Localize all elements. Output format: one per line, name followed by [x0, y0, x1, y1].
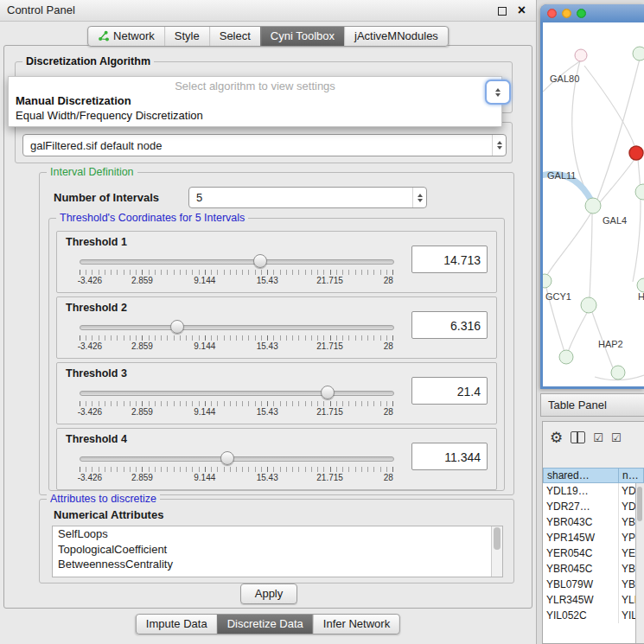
- cell: YBL079W: [543, 577, 619, 592]
- network-node-selected-red[interactable]: [629, 146, 643, 160]
- threshold-1-value-field[interactable]: 14.713: [411, 245, 488, 273]
- network-node[interactable]: [581, 297, 596, 313]
- tab-cyni-toolbox[interactable]: Cyni Toolbox: [260, 27, 344, 46]
- table-row[interactable]: YBR043C YBR0: [543, 514, 635, 530]
- network-node[interactable]: [575, 49, 587, 61]
- network-node[interactable]: [543, 274, 552, 288]
- table-panel-toolbar: ⚙ ☑ ☑: [543, 422, 644, 453]
- threshold-4-box: Threshold 4 -3.426 2.859 9.144 15.43 21.…: [56, 428, 497, 490]
- column-header-name[interactable]: n…: [619, 468, 644, 483]
- network-node[interactable]: [633, 47, 644, 61]
- threshold-label: Threshold 4: [66, 433, 127, 445]
- cell: YLR345W: [543, 592, 619, 608]
- window-zoom-button[interactable]: [577, 9, 586, 18]
- num-intervals-label: Number of Intervals: [54, 191, 159, 204]
- tab-select[interactable]: Select: [209, 27, 260, 46]
- slider-thumb[interactable]: [253, 254, 267, 268]
- table-row[interactable]: YIL052C YIL0: [543, 608, 635, 623]
- list-item[interactable]: BetweennessCentrality: [53, 557, 502, 572]
- cell: YBR0: [619, 561, 635, 577]
- close-icon[interactable]: ×: [518, 2, 526, 19]
- table-row[interactable]: YBL079W YBL0: [543, 577, 635, 592]
- window-minimize-button[interactable]: [562, 9, 571, 18]
- network-node[interactable]: [611, 366, 625, 379]
- cell: YPR1: [619, 530, 635, 545]
- threshold-1-slider[interactable]: [80, 254, 392, 267]
- tab-jactivemnodules[interactable]: jActiveMNodules: [344, 27, 448, 46]
- dropdown-option-manual-discretization[interactable]: Manual Discretization: [9, 93, 501, 108]
- network-node[interactable]: [585, 198, 601, 214]
- slider-track[interactable]: [80, 325, 394, 330]
- scale-label: -3.426: [78, 341, 102, 351]
- threshold-4-value-field[interactable]: 11.344: [411, 443, 488, 470]
- network-node[interactable]: [635, 184, 644, 200]
- slider-thumb[interactable]: [220, 451, 234, 465]
- cell: YDL1: [619, 483, 635, 499]
- column-selector-icon[interactable]: [571, 431, 585, 443]
- network-node[interactable]: [637, 278, 644, 292]
- slider-scale: -3.426 2.859 9.144 15.43 21.715 28: [80, 407, 392, 418]
- float-window-icon[interactable]: [498, 7, 507, 16]
- network-node[interactable]: [559, 350, 573, 364]
- list-item[interactable]: SelfLoops: [53, 526, 502, 542]
- list-item[interactable]: TopologicalCoefficient: [53, 542, 502, 558]
- column-header-shared-name[interactable]: shared…: [543, 468, 619, 483]
- stepper-up-icon: [418, 194, 423, 197]
- tab-network[interactable]: Network: [88, 27, 164, 46]
- network-canvas[interactable]: GAL80 GAL11 GAL4 GCY1 HAP2 H: [543, 22, 644, 386]
- scale-label: 15.43: [257, 473, 278, 482]
- table-row[interactable]: YER054C YER0: [543, 545, 635, 561]
- slider-scale: -3.426 2.859 9.144 15.43 21.715 28: [80, 276, 392, 286]
- slider-scale: -3.426 2.859 9.144 15.43 21.715 28: [80, 341, 392, 352]
- tab-infer-network[interactable]: Infer Network: [313, 615, 399, 634]
- scale-label: 2.859: [131, 276, 153, 285]
- tab-label: Impute Data: [146, 617, 207, 630]
- num-intervals-combobox[interactable]: 5: [188, 187, 427, 208]
- checkbox-icon[interactable]: ☑: [611, 432, 622, 443]
- control-panel-tabbar: Network Style Select Cyni Toolbox jActiv…: [87, 26, 449, 47]
- attributes-listbox[interactable]: SelfLoops TopologicalCoefficient Between…: [52, 526, 503, 577]
- network-view-window: GAL80 GAL11 GAL4 GCY1 HAP2 H: [540, 4, 644, 389]
- algorithm-combobox[interactable]: [485, 80, 511, 105]
- numerical-attributes-label: Numerical Attributes: [54, 508, 163, 521]
- slider-track[interactable]: [80, 391, 394, 396]
- threshold-2-value-field[interactable]: 6.316: [411, 311, 488, 339]
- table-scrollbar[interactable]: [635, 483, 644, 643]
- cell: YIL052C: [543, 608, 619, 623]
- apply-button[interactable]: Apply: [240, 583, 297, 604]
- tab-impute-data[interactable]: Impute Data: [137, 615, 217, 634]
- network-window-titlebar: [540, 4, 644, 22]
- slider-track[interactable]: [80, 259, 394, 265]
- scale-label: 15.43: [257, 407, 278, 417]
- table-row[interactable]: YDR27… YDR2: [543, 499, 635, 514]
- scrollbar-thumb[interactable]: [637, 487, 642, 521]
- checkbox-icon[interactable]: ☑: [593, 432, 603, 443]
- gear-icon[interactable]: ⚙: [550, 430, 563, 445]
- slider-track[interactable]: [80, 456, 394, 462]
- scrollbar-thumb[interactable]: [494, 527, 501, 550]
- table-row[interactable]: YBR045C YBR0: [543, 561, 635, 577]
- dropdown-option-equal-width-frequency[interactable]: Equal Width/Frequency Discretization: [9, 108, 501, 123]
- algorithm-dropdown-popup: Select algorithm to view settings Manual…: [8, 76, 502, 127]
- table-row[interactable]: YLR345W YLR3: [543, 592, 635, 608]
- tab-discretize-data[interactable]: Discretize Data: [217, 615, 313, 634]
- window-close-button[interactable]: [547, 9, 557, 18]
- table-row[interactable]: YDL19… YDL1: [543, 483, 635, 499]
- threshold-2-slider[interactable]: [80, 320, 392, 333]
- threshold-3-value-field[interactable]: 21.4: [411, 377, 488, 405]
- threshold-3-slider[interactable]: [80, 386, 392, 399]
- table-data-combobox[interactable]: galFiltered.sif default node: [22, 134, 507, 156]
- tab-style[interactable]: Style: [164, 27, 209, 46]
- cell: YDR27…: [543, 499, 619, 514]
- list-scrollbar[interactable]: [491, 526, 502, 577]
- cell: YLR3: [619, 592, 635, 608]
- node-label: GAL80: [550, 73, 579, 84]
- combo-stepper: [412, 188, 426, 207]
- scale-label: 28: [384, 341, 393, 351]
- slider-thumb[interactable]: [321, 386, 335, 399]
- cell: YDR2: [619, 499, 635, 514]
- slider-thumb[interactable]: [170, 320, 184, 334]
- threshold-4-slider[interactable]: [80, 451, 392, 464]
- scale-label: 2.859: [131, 473, 153, 482]
- table-row[interactable]: YPR145W YPR1: [543, 530, 635, 545]
